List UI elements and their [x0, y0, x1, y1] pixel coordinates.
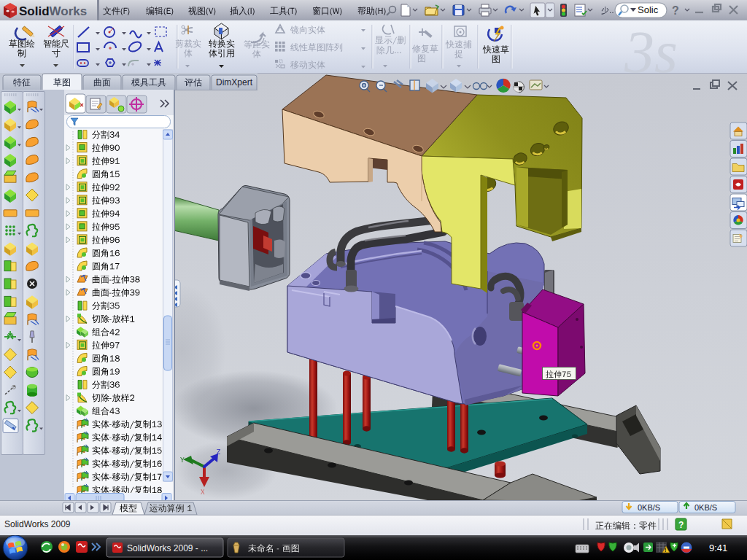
- svg-text:!: !: [665, 548, 666, 553]
- svg-text:0KB/S: 0KB/S: [638, 503, 660, 512]
- svg-text:0KB/S: 0KB/S: [694, 503, 717, 512]
- svg-text:?: ?: [678, 520, 684, 530]
- svg-text:DimXpert: DimXpert: [216, 77, 253, 88]
- svg-text:9:41: 9:41: [709, 542, 727, 553]
- svg-text:?: ?: [672, 4, 679, 17]
- svg-text:SolidWorks 2009 - ...: SolidWorks 2009 - ...: [127, 543, 208, 553]
- svg-text:Solic: Solic: [638, 4, 659, 15]
